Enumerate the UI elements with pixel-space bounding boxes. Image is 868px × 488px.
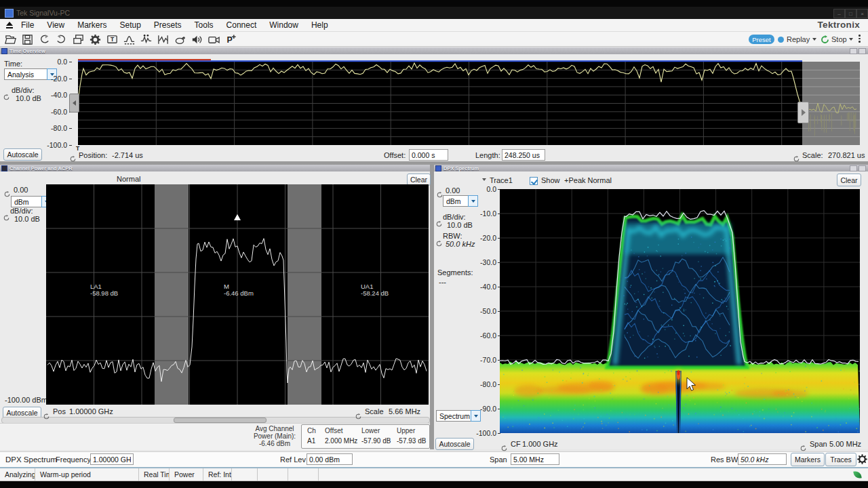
stop-button[interactable]: Stop [831,35,847,43]
position-label: Position: [79,151,107,159]
dpx-unit-caret[interactable] [468,195,478,207]
replay-button[interactable]: Replay [787,35,810,43]
span-label: Span [490,455,507,464]
to-autoscale-button[interactable]: Autoscale [3,148,42,161]
acpr-cell: 2.000 MHz [325,437,357,445]
time-overview-close-icon[interactable] [859,48,866,54]
acpr-pos-value[interactable]: 1.00000 GHz [69,407,113,415]
y-tick-label: -40.0 [467,283,496,291]
preset-button[interactable]: Preset [749,35,774,44]
maximize-button[interactable]: □ [845,9,856,18]
dpx-dbdiv-value[interactable]: 10.0 dB [447,221,473,229]
markers-button[interactable]: Markers [791,453,825,466]
dpx-minimize-icon[interactable] [850,165,857,171]
menu-window[interactable]: Window [269,19,299,31]
windows-icon[interactable] [71,33,86,46]
acpr-ref-value[interactable]: 0.00 [14,186,28,194]
acpr-cell: -57.93 dB [397,437,426,445]
acpr-dbdiv-value[interactable]: 10.0 dB [14,215,40,223]
acpr-unit-dropdown[interactable]: dBm [11,196,52,207]
show-label: Show [541,176,560,184]
acpr-trace-mode[interactable]: Normal [117,175,140,183]
waveform-zoom-icon[interactable] [155,33,171,46]
dpx-ref-value[interactable]: 0.00 [446,186,460,195]
close-button[interactable]: × [856,9,868,18]
dpx-trace-label[interactable]: Trace1 [490,176,513,184]
acpr-header[interactable]: Channel Power and ACPR [0,165,430,171]
time-overview-minimize-icon[interactable] [850,48,857,54]
preset-new-icon[interactable]: P [223,33,239,46]
acpr-dbdiv-knob-icon[interactable] [3,211,9,218]
dpx-span-knob-icon[interactable] [800,442,806,448]
avg-power-label-line1: Avg Channel [250,425,300,432]
cf-knob-icon[interactable] [501,442,507,448]
to-scale-knob-icon[interactable] [793,152,800,159]
menu-setup[interactable]: Setup [119,19,141,31]
minimize-button[interactable]: – [833,9,845,18]
replay-dropdown-caret[interactable] [812,38,816,41]
analysis-right-handle[interactable] [797,102,809,123]
span-input[interactable] [511,453,559,465]
menu-tools[interactable]: Tools [194,19,214,31]
menu-help[interactable]: Help [311,19,329,31]
camera-icon[interactable] [206,33,222,46]
dpx-dbdiv-knob-icon[interactable] [436,218,442,224]
spectrum-trigger-icon[interactable] [121,33,137,46]
undo-icon[interactable] [37,33,52,46]
y-tick-label: -40.0 [37,91,67,99]
dpx-header[interactable]: DPX Spectrum [434,165,868,171]
waveform-markers-icon[interactable] [138,33,154,46]
offset-input[interactable] [409,149,448,161]
menu-presets[interactable]: Presets [153,19,182,31]
stop-dropdown-caret[interactable] [849,38,853,41]
traces-button[interactable]: Traces [825,453,856,466]
dpx-trace-mode[interactable]: +Peak Normal [564,176,612,184]
settings-icon[interactable] [87,33,103,46]
dpx-autoscale-button[interactable]: Autoscale [435,438,474,450]
audio-icon[interactable] [189,33,205,46]
offset-label: Offset: [384,151,406,159]
acpr-scrollbar-thumb[interactable] [174,418,267,423]
trace-collapse-caret[interactable] [482,178,486,181]
redo-icon[interactable] [54,33,69,46]
frequency-input[interactable] [90,453,134,465]
dpx-close-icon[interactable] [859,165,866,171]
dpx-ref-knob-icon[interactable] [437,188,443,195]
settings-gear-icon[interactable] [856,453,868,468]
menu-file[interactable]: File [20,19,35,31]
dpx-span-value[interactable]: 5.00 MHz [829,440,861,448]
dpx-rbw-knob-icon[interactable] [436,237,442,243]
to-dbdiv-knob-icon[interactable] [3,91,9,97]
acpr-ref-knob-icon[interactable] [4,188,10,194]
tag-icon[interactable]: T [104,33,120,46]
position-knob-icon[interactable] [70,152,76,159]
show-checkbox[interactable] [530,177,538,185]
ref-lev-input[interactable] [307,453,353,465]
eject-icon[interactable] [6,22,13,28]
menu-view[interactable]: View [46,19,65,31]
dpx-spectrum-plot[interactable] [500,189,860,433]
dpx-clear-button[interactable]: Clear [837,174,861,186]
dpx-unit-value: dBm [446,197,461,205]
analysis-left-handle[interactable] [69,94,79,113]
dpx-unit-dropdown[interactable]: dBm [443,195,478,207]
time-overview-plot[interactable] [78,59,860,145]
acpr-cell: -57.90 dB [361,437,391,445]
acpr-scale-value[interactable]: 5.66 MHz [389,407,420,415]
open-icon[interactable] [3,33,18,46]
menu-markers[interactable]: Markers [77,19,107,31]
time-overview-header[interactable]: Time Overview [0,47,868,54]
to-scale-label: Scale: [802,151,823,159]
length-input[interactable] [502,149,545,161]
menu-connect[interactable]: Connect [226,19,258,31]
analyze-icon[interactable] [172,33,188,46]
cf-value[interactable]: 1.000 GHz [522,440,558,448]
save-icon[interactable] [20,33,35,46]
res-bw-input[interactable] [738,453,787,465]
status-cell-4: Ref: Int [203,468,232,481]
to-scale-value[interactable]: 270.821 us [828,151,865,159]
acpr-pos-knob-icon[interactable] [43,410,50,416]
more-options-icon[interactable] [859,35,861,43]
acpr-scale-knob-icon[interactable] [355,410,361,416]
position-value[interactable]: -2.714 us [112,151,143,159]
